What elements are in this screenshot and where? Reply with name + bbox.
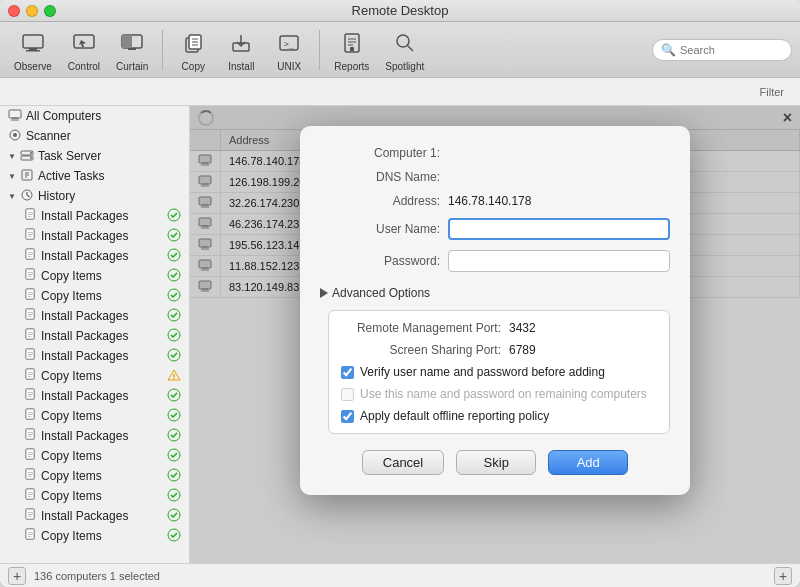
svg-point-32 (30, 157, 32, 159)
modal-address-row: Address: 146.78.140.178 (320, 194, 670, 208)
sidebar-item-copy1[interactable]: Copy Items (0, 266, 189, 286)
toolbar-install[interactable]: Install (219, 23, 263, 76)
sidebar-item-install2[interactable]: Install Packages (0, 226, 189, 246)
username-input[interactable] (448, 218, 670, 240)
sidebar-item-copy8[interactable]: Copy Items (0, 526, 189, 546)
password-input[interactable] (448, 250, 670, 272)
sidebar-item-label: Install Packages (41, 249, 128, 263)
sidebar-item-copy7[interactable]: Copy Items (0, 486, 189, 506)
toolbar-control[interactable]: Control (62, 23, 106, 76)
sidebar-item-install4[interactable]: Install Packages (0, 306, 189, 326)
toolbar-reports[interactable]: Reports (328, 23, 375, 76)
svg-rect-0 (23, 35, 43, 48)
svg-rect-83 (26, 349, 34, 359)
verify-label: Verify user name and password before add… (360, 365, 605, 379)
modal-username-row: User Name: (320, 218, 670, 240)
sidebar-item-install6[interactable]: Install Packages (0, 346, 189, 366)
search-input[interactable] (680, 44, 783, 56)
svg-rect-1 (29, 48, 37, 50)
sidebar-label: History (38, 189, 75, 203)
toolbar-curtain[interactable]: Curtain (110, 23, 154, 76)
dns-label: DNS Name: (320, 170, 440, 184)
advanced-options-panel: Remote Management Port: 3432 Screen Shar… (328, 310, 670, 434)
sidebar-item-copy4[interactable]: Copy Items (0, 406, 189, 426)
remote-port-value: 3432 (509, 321, 536, 335)
task-icon (24, 308, 37, 324)
svg-rect-77 (26, 329, 34, 339)
password-label: Password: (320, 254, 440, 268)
sidebar-item-active-tasks[interactable]: ▼ Active Tasks (0, 166, 189, 186)
sidebar-item-copy3[interactable]: Copy Items (0, 366, 189, 386)
add-task-button[interactable]: + (774, 567, 792, 585)
sidebar-item-install7[interactable]: Install Packages (0, 386, 189, 406)
svg-rect-139 (26, 529, 34, 539)
spotlight-icon (389, 27, 421, 59)
task-icon (24, 368, 37, 384)
toolbar: Observe Control Curtain (0, 22, 800, 78)
status-icon (167, 208, 181, 225)
svg-line-39 (27, 195, 30, 197)
sidebar-item-install1[interactable]: Install Packages (0, 206, 189, 226)
svg-rect-97 (26, 389, 34, 399)
screen-port-label: Screen Sharing Port: (341, 343, 501, 357)
cancel-button[interactable]: Cancel (362, 450, 444, 475)
toolbar-spotlight[interactable]: Spotlight (379, 23, 430, 76)
advanced-options-header[interactable]: Advanced Options (320, 286, 670, 300)
status-icon (167, 328, 181, 345)
sidebar-item-all-computers[interactable]: All Computers (0, 106, 189, 126)
status-icon (167, 448, 181, 465)
filter-label: Filter (760, 86, 784, 98)
toolbar-copy[interactable]: Copy (171, 23, 215, 76)
sidebar: All Computers Scanner ▼ Task Server ▼ (0, 106, 190, 563)
svg-point-95 (173, 377, 175, 379)
add-button[interactable]: Add (548, 450, 628, 475)
toolbar-right: 🔍 (652, 39, 792, 61)
filter-bar: Filter (0, 78, 800, 106)
close-button[interactable] (8, 5, 20, 17)
sidebar-item-install5[interactable]: Install Packages (0, 326, 189, 346)
toolbar-observe[interactable]: Observe (8, 23, 58, 76)
sidebar-item-copy6[interactable]: Copy Items (0, 466, 189, 486)
apply-checkbox-row: Apply default offline reporting policy (341, 409, 657, 423)
sidebar-item-task-server[interactable]: ▼ Task Server (0, 146, 189, 166)
task-icon (24, 468, 37, 484)
copy-icon (177, 27, 209, 59)
task-icon (24, 248, 37, 264)
remote-port-label: Remote Management Port: (341, 321, 501, 335)
toolbar-unix[interactable]: >_ UNIX (267, 23, 311, 76)
verify-checkbox[interactable] (341, 366, 354, 379)
toolbar-observe-label: Observe (14, 61, 52, 72)
triangle-icon: ▼ (8, 172, 16, 181)
status-icon (167, 268, 181, 285)
sidebar-item-copy5[interactable]: Copy Items (0, 446, 189, 466)
maximize-button[interactable] (44, 5, 56, 17)
svg-rect-6 (122, 35, 132, 48)
separator-2 (319, 30, 320, 70)
address-value: 146.78.140.178 (448, 194, 531, 208)
svg-rect-3 (74, 35, 94, 48)
status-icon (167, 228, 181, 245)
use-this-checkbox[interactable] (341, 388, 354, 401)
status-icon (167, 488, 181, 505)
status-icon (167, 308, 181, 325)
sidebar-item-scanner[interactable]: Scanner (0, 126, 189, 146)
sidebar-item-label: Install Packages (41, 209, 128, 223)
skip-button[interactable]: Skip (456, 450, 536, 475)
sidebar-item-copy2[interactable]: Copy Items (0, 286, 189, 306)
svg-rect-71 (26, 309, 34, 319)
sidebar-item-install9[interactable]: Install Packages (0, 506, 189, 526)
sidebar-item-install8[interactable]: Install Packages (0, 426, 189, 446)
status-icon (167, 468, 181, 485)
triangle-icon: ▼ (8, 152, 16, 161)
minimize-button[interactable] (26, 5, 38, 17)
svg-rect-47 (26, 229, 34, 239)
task-icon (24, 448, 37, 464)
add-computer-button[interactable]: + (8, 567, 26, 585)
sidebar-item-history[interactable]: ▼ History (0, 186, 189, 206)
status-icon (167, 288, 181, 305)
sidebar-item-install3[interactable]: Install Packages (0, 246, 189, 266)
task-icon (24, 208, 37, 224)
apply-checkbox[interactable] (341, 410, 354, 423)
modal-dns-row: DNS Name: (320, 170, 670, 184)
task-icon (24, 328, 37, 344)
